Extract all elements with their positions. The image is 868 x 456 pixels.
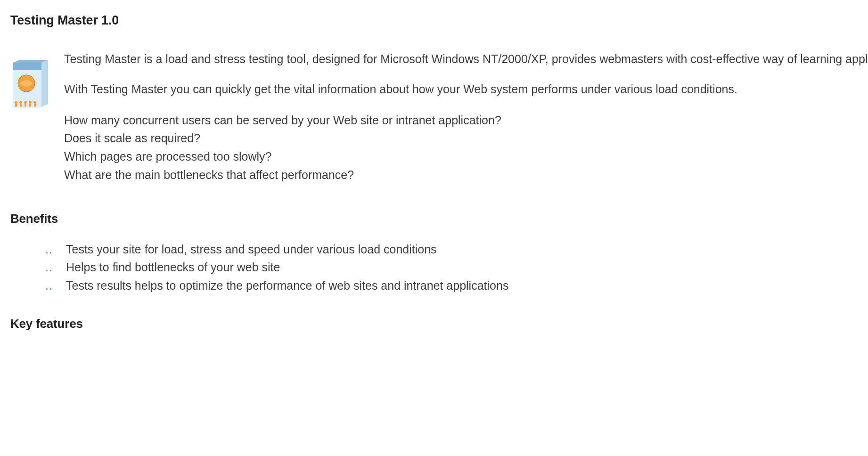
product-boxshot-icon [10, 59, 54, 111]
benefits-list: Tests your site for load, stress and spe… [10, 240, 858, 295]
svg-rect-16 [34, 103, 36, 107]
intro-paragraph-1: Testing Master is a load and stress test… [64, 50, 868, 67]
document-page: Testing Master 1.0 [0, 0, 868, 364]
svg-rect-10 [20, 103, 22, 107]
svg-rect-8 [15, 103, 17, 107]
svg-rect-12 [25, 103, 26, 107]
svg-marker-2 [41, 60, 48, 107]
intro-text: Testing Master is a load and stress test… [64, 50, 868, 212]
svg-rect-4 [13, 63, 41, 70]
product-art [10, 59, 54, 111]
list-item: Helps to find bottlenecks of your web si… [45, 258, 858, 277]
intro-question: What are the main bottlenecks that affec… [64, 166, 868, 184]
intro-questions: How many concurrent users can be served … [64, 111, 868, 184]
key-features-heading: Key features [10, 317, 858, 331]
intro-question: How many concurrent users can be served … [64, 111, 868, 130]
intro-question: Which pages are processed too slowly? [64, 147, 868, 166]
intro-question: Does it scale as required? [64, 129, 868, 147]
list-item: Tests results helps to optimize the perf… [45, 277, 858, 295]
intro-paragraph-2: With Testing Master you can quickly get … [64, 81, 868, 98]
benefits-heading: Benefits [10, 212, 858, 226]
svg-rect-14 [29, 103, 31, 107]
page-title: Testing Master 1.0 [10, 13, 858, 28]
intro-row: Testing Master is a load and stress test… [10, 50, 858, 212]
list-item: Tests your site for load, stress and spe… [45, 240, 858, 259]
